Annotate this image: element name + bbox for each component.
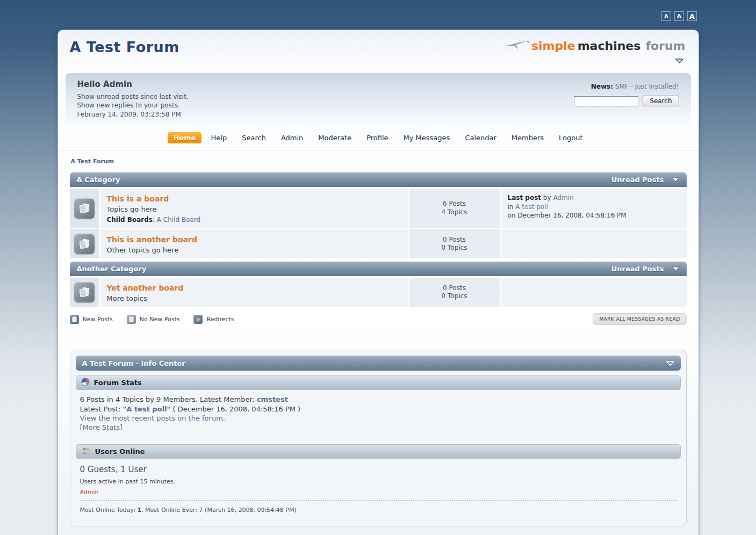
users-online-title: Users Online [95, 447, 145, 456]
last-post-user-link[interactable]: Admin [553, 194, 573, 201]
category-header: A Category Unread Posts [70, 172, 687, 187]
font-size-large-button[interactable]: A [687, 11, 697, 21]
font-size-small-button[interactable]: A [661, 11, 671, 21]
latest-post-date: ( December 16, 2008, 04:58:16 PM ) [170, 405, 300, 413]
board-link[interactable]: Yet another board [107, 284, 184, 292]
menu-members[interactable]: Members [506, 132, 549, 143]
child-board-link[interactable]: A Child Board [157, 216, 200, 223]
stats-summary: 6 Posts in 4 Topics by 9 Members. Latest… [80, 395, 257, 403]
most-online-prefix: Most Online Today: [80, 507, 138, 514]
breadcrumb: A Test Forum [58, 150, 699, 171]
board-icon-cell [70, 229, 99, 258]
menu-home[interactable]: Home [168, 132, 201, 143]
board-stats-cell: 6 Posts 4 Topics [409, 189, 500, 228]
redirects-label: Redirects [206, 316, 234, 323]
most-online-ever: . Most Online Ever: 7 (March 16, 2008, 0… [141, 507, 297, 514]
last-post-in: in [508, 203, 514, 211]
menu-my-messages[interactable]: My Messages [398, 132, 456, 143]
main-wrapper: A Test Forum simplemachinesforum Hello A… [57, 30, 699, 535]
new-replies-link[interactable]: Show new replies to your posts. [77, 102, 180, 109]
board-description: Other topics go here [107, 246, 401, 254]
collapse-info-center-icon[interactable] [666, 359, 674, 367]
menu-search[interactable]: Search [236, 132, 271, 143]
board-icon-cell [70, 278, 99, 307]
collapse-header-icon[interactable] [675, 55, 683, 66]
board-legend: New Posts No New Posts » Redirects MARK … [70, 313, 687, 325]
info-center: A Test Forum - Info Center Forum Stats 6… [70, 350, 687, 526]
board-off-icon [74, 198, 95, 219]
breadcrumb-home-link[interactable]: A Test Forum [71, 158, 114, 165]
forum-title: A Test Forum [70, 39, 179, 55]
category-a-category: A Category Unread Posts This is a board [70, 172, 687, 258]
user-greeting-block: Hello Admin Show unread posts since last… [77, 79, 189, 118]
board-info-cell: This is a board Topics go here Child Boa… [100, 189, 408, 228]
last-post-by: by [543, 194, 551, 201]
unread-posts-category-link[interactable]: Unread Posts [611, 176, 664, 184]
main-menu: Home Help Search Admin Moderate Profile … [58, 127, 699, 150]
child-boards-label: Child Boards [107, 216, 153, 223]
last-post-label: Last post [508, 194, 542, 201]
menu-calendar[interactable]: Calendar [459, 132, 501, 143]
latest-post-link[interactable]: "A test poll" [123, 405, 171, 413]
board-info-cell: Yet another board More topics [100, 278, 408, 307]
greeting: Hello Admin [77, 79, 189, 89]
board-info-cell: This is another board Other topics go he… [100, 229, 408, 258]
board-topics-count: 0 Topics [442, 292, 467, 301]
last-post-cell [501, 278, 687, 307]
search-button[interactable]: Search [643, 96, 679, 106]
board-stats-cell: 0 Posts 0 Topics [409, 278, 500, 307]
collapse-category-icon[interactable] [672, 265, 680, 273]
menu-admin[interactable]: Admin [276, 132, 308, 143]
last-post-cell [501, 229, 687, 258]
collapse-category-icon[interactable] [672, 176, 680, 184]
font-size-medium-button[interactable]: A [674, 11, 684, 21]
header: A Test Forum simplemachinesforum [58, 30, 699, 69]
users-online-header: Users Online [76, 444, 681, 459]
news-label: News: [591, 83, 613, 90]
menu-logout[interactable]: Logout [553, 132, 588, 143]
board-link[interactable]: This is a board [107, 194, 169, 203]
category-name: A Category [77, 176, 120, 184]
online-user-admin-link[interactable]: Admin [80, 489, 99, 496]
board-posts-count: 6 Posts [443, 200, 466, 208]
online-summary: 0 Guests, 1 User [80, 465, 676, 475]
board-row: This is another board Other topics go he… [70, 229, 687, 258]
latest-post-label: Latest Post: [80, 405, 123, 413]
board-off-icon [74, 282, 95, 302]
board-icon-cell [70, 189, 99, 228]
menu-profile[interactable]: Profile [361, 132, 393, 143]
menu-moderate[interactable]: Moderate [313, 132, 357, 143]
redirect-board-icon: » [193, 315, 203, 324]
no-new-posts-label: No New Posts [140, 316, 180, 323]
mark-all-read-button[interactable]: MARK ALL MESSAGES AS READ [593, 313, 686, 325]
forum-stats-header: Forum Stats [76, 375, 681, 390]
unread-posts-category-link[interactable]: Unread Posts [611, 265, 664, 273]
latest-member-link[interactable]: cmstest [257, 395, 288, 403]
current-date: February 14, 2009, 03:23:58 PM [77, 111, 189, 118]
smf-logo[interactable]: simplemachinesforum [503, 39, 686, 66]
unread-posts-link[interactable]: Show unread posts since last visit. [77, 93, 189, 100]
board-row: Yet another board More topics 0 Posts 0 … [70, 278, 687, 307]
board-description: Topics go here [107, 205, 401, 213]
category-another-category: Another Category Unread Posts Yet anothe… [70, 262, 687, 307]
users-online-body: 0 Guests, 1 User Users active in past 15… [76, 459, 681, 521]
board-link[interactable]: This is another board [107, 235, 198, 244]
menu-help[interactable]: Help [206, 132, 233, 143]
more-stats-link[interactable]: [More Stats] [80, 423, 123, 431]
logo-text-simple: simple [531, 39, 575, 53]
info-center-title: A Test Forum - Info Center [82, 359, 185, 367]
search-input[interactable] [574, 96, 638, 106]
last-post-topic-link[interactable]: A test poll [515, 203, 548, 211]
recent-posts-link[interactable]: View the most recent posts on the forum. [80, 414, 225, 422]
font-size-chooser: A A A [661, 11, 697, 21]
no-new-posts-icon [127, 315, 136, 324]
active-users-label: Users active in past 15 minutes: [80, 479, 676, 486]
logo-text-machines: machines [578, 39, 641, 53]
category-name: Another Category [77, 265, 147, 273]
user-area: Hello Admin Show unread posts since last… [66, 73, 691, 127]
category-header: Another Category Unread Posts [70, 262, 687, 276]
news-search-block: News: SMF - Just Installed! Search [574, 79, 679, 118]
board-description: More topics [107, 294, 401, 302]
board-posts-count: 0 Posts [443, 284, 466, 293]
new-posts-icon [70, 315, 79, 324]
